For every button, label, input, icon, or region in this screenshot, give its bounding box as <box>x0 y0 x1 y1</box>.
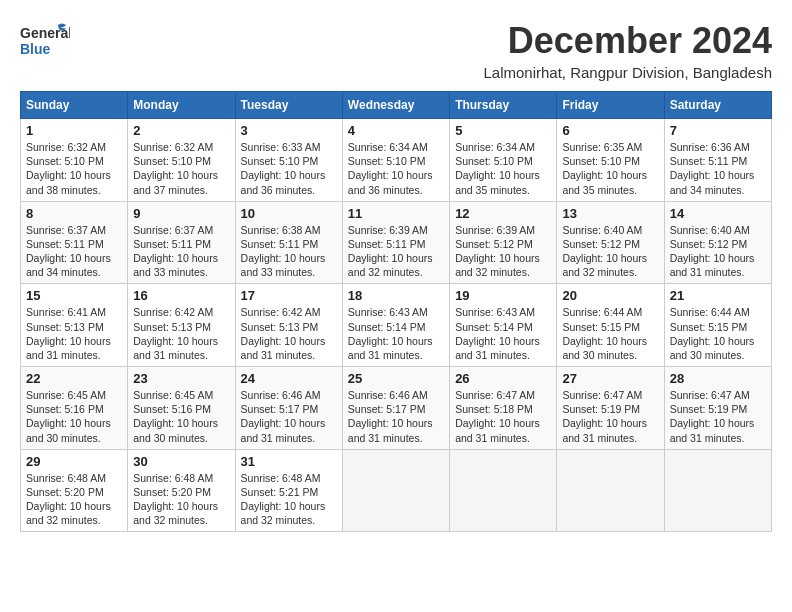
day-number: 22 <box>26 371 122 386</box>
calendar-cell <box>664 449 771 532</box>
calendar-cell <box>450 449 557 532</box>
column-header-thursday: Thursday <box>450 92 557 119</box>
day-number: 23 <box>133 371 229 386</box>
day-info: Sunrise: 6:47 AMSunset: 5:19 PMDaylight:… <box>562 388 658 445</box>
day-number: 14 <box>670 206 766 221</box>
calendar-cell <box>557 449 664 532</box>
calendar-cell: 16Sunrise: 6:42 AMSunset: 5:13 PMDayligh… <box>128 284 235 367</box>
calendar-cell: 19Sunrise: 6:43 AMSunset: 5:14 PMDayligh… <box>450 284 557 367</box>
day-number: 31 <box>241 454 337 469</box>
column-header-sunday: Sunday <box>21 92 128 119</box>
column-header-monday: Monday <box>128 92 235 119</box>
day-info: Sunrise: 6:43 AMSunset: 5:14 PMDaylight:… <box>348 305 444 362</box>
calendar-cell: 22Sunrise: 6:45 AMSunset: 5:16 PMDayligh… <box>21 367 128 450</box>
title-section: December 2024 Lalmonirhat, Rangpur Divis… <box>483 20 772 81</box>
column-header-wednesday: Wednesday <box>342 92 449 119</box>
day-number: 20 <box>562 288 658 303</box>
day-number: 10 <box>241 206 337 221</box>
day-number: 25 <box>348 371 444 386</box>
day-info: Sunrise: 6:37 AMSunset: 5:11 PMDaylight:… <box>133 223 229 280</box>
day-info: Sunrise: 6:48 AMSunset: 5:20 PMDaylight:… <box>133 471 229 528</box>
day-info: Sunrise: 6:43 AMSunset: 5:14 PMDaylight:… <box>455 305 551 362</box>
calendar-cell: 18Sunrise: 6:43 AMSunset: 5:14 PMDayligh… <box>342 284 449 367</box>
day-number: 15 <box>26 288 122 303</box>
day-info: Sunrise: 6:38 AMSunset: 5:11 PMDaylight:… <box>241 223 337 280</box>
day-number: 3 <box>241 123 337 138</box>
calendar-cell: 14Sunrise: 6:40 AMSunset: 5:12 PMDayligh… <box>664 201 771 284</box>
calendar-header-row: SundayMondayTuesdayWednesdayThursdayFrid… <box>21 92 772 119</box>
day-info: Sunrise: 6:48 AMSunset: 5:20 PMDaylight:… <box>26 471 122 528</box>
day-number: 7 <box>670 123 766 138</box>
day-number: 5 <box>455 123 551 138</box>
calendar-cell: 20Sunrise: 6:44 AMSunset: 5:15 PMDayligh… <box>557 284 664 367</box>
day-number: 9 <box>133 206 229 221</box>
calendar-cell: 29Sunrise: 6:48 AMSunset: 5:20 PMDayligh… <box>21 449 128 532</box>
calendar-cell: 2Sunrise: 6:32 AMSunset: 5:10 PMDaylight… <box>128 119 235 202</box>
calendar-cell: 9Sunrise: 6:37 AMSunset: 5:11 PMDaylight… <box>128 201 235 284</box>
calendar-cell: 31Sunrise: 6:48 AMSunset: 5:21 PMDayligh… <box>235 449 342 532</box>
day-info: Sunrise: 6:45 AMSunset: 5:16 PMDaylight:… <box>26 388 122 445</box>
calendar-week-row: 29Sunrise: 6:48 AMSunset: 5:20 PMDayligh… <box>21 449 772 532</box>
calendar-cell: 17Sunrise: 6:42 AMSunset: 5:13 PMDayligh… <box>235 284 342 367</box>
day-number: 16 <box>133 288 229 303</box>
calendar-cell: 10Sunrise: 6:38 AMSunset: 5:11 PMDayligh… <box>235 201 342 284</box>
day-number: 19 <box>455 288 551 303</box>
day-number: 30 <box>133 454 229 469</box>
day-number: 1 <box>26 123 122 138</box>
logo: General Blue <box>20 20 70 60</box>
day-number: 17 <box>241 288 337 303</box>
day-number: 29 <box>26 454 122 469</box>
svg-text:General: General <box>20 25 70 41</box>
day-info: Sunrise: 6:34 AMSunset: 5:10 PMDaylight:… <box>348 140 444 197</box>
day-info: Sunrise: 6:33 AMSunset: 5:10 PMDaylight:… <box>241 140 337 197</box>
calendar-cell: 6Sunrise: 6:35 AMSunset: 5:10 PMDaylight… <box>557 119 664 202</box>
day-number: 18 <box>348 288 444 303</box>
calendar-cell: 13Sunrise: 6:40 AMSunset: 5:12 PMDayligh… <box>557 201 664 284</box>
day-info: Sunrise: 6:46 AMSunset: 5:17 PMDaylight:… <box>241 388 337 445</box>
day-info: Sunrise: 6:32 AMSunset: 5:10 PMDaylight:… <box>133 140 229 197</box>
day-info: Sunrise: 6:40 AMSunset: 5:12 PMDaylight:… <box>670 223 766 280</box>
day-info: Sunrise: 6:40 AMSunset: 5:12 PMDaylight:… <box>562 223 658 280</box>
location-subtitle: Lalmonirhat, Rangpur Division, Banglades… <box>483 64 772 81</box>
svg-text:Blue: Blue <box>20 41 51 57</box>
calendar-week-row: 15Sunrise: 6:41 AMSunset: 5:13 PMDayligh… <box>21 284 772 367</box>
day-info: Sunrise: 6:42 AMSunset: 5:13 PMDaylight:… <box>133 305 229 362</box>
day-info: Sunrise: 6:47 AMSunset: 5:19 PMDaylight:… <box>670 388 766 445</box>
day-info: Sunrise: 6:47 AMSunset: 5:18 PMDaylight:… <box>455 388 551 445</box>
day-info: Sunrise: 6:45 AMSunset: 5:16 PMDaylight:… <box>133 388 229 445</box>
calendar-cell: 26Sunrise: 6:47 AMSunset: 5:18 PMDayligh… <box>450 367 557 450</box>
calendar-week-row: 1Sunrise: 6:32 AMSunset: 5:10 PMDaylight… <box>21 119 772 202</box>
calendar-cell: 23Sunrise: 6:45 AMSunset: 5:16 PMDayligh… <box>128 367 235 450</box>
day-number: 8 <box>26 206 122 221</box>
day-info: Sunrise: 6:35 AMSunset: 5:10 PMDaylight:… <box>562 140 658 197</box>
day-number: 28 <box>670 371 766 386</box>
day-number: 2 <box>133 123 229 138</box>
day-info: Sunrise: 6:42 AMSunset: 5:13 PMDaylight:… <box>241 305 337 362</box>
calendar-cell: 25Sunrise: 6:46 AMSunset: 5:17 PMDayligh… <box>342 367 449 450</box>
calendar-cell: 1Sunrise: 6:32 AMSunset: 5:10 PMDaylight… <box>21 119 128 202</box>
day-number: 27 <box>562 371 658 386</box>
calendar-cell: 27Sunrise: 6:47 AMSunset: 5:19 PMDayligh… <box>557 367 664 450</box>
day-number: 26 <box>455 371 551 386</box>
calendar-cell: 5Sunrise: 6:34 AMSunset: 5:10 PMDaylight… <box>450 119 557 202</box>
calendar-week-row: 8Sunrise: 6:37 AMSunset: 5:11 PMDaylight… <box>21 201 772 284</box>
calendar-table: SundayMondayTuesdayWednesdayThursdayFrid… <box>20 91 772 532</box>
calendar-cell: 15Sunrise: 6:41 AMSunset: 5:13 PMDayligh… <box>21 284 128 367</box>
day-info: Sunrise: 6:37 AMSunset: 5:11 PMDaylight:… <box>26 223 122 280</box>
logo-icon: General Blue <box>20 20 70 60</box>
day-info: Sunrise: 6:46 AMSunset: 5:17 PMDaylight:… <box>348 388 444 445</box>
day-info: Sunrise: 6:39 AMSunset: 5:11 PMDaylight:… <box>348 223 444 280</box>
day-info: Sunrise: 6:41 AMSunset: 5:13 PMDaylight:… <box>26 305 122 362</box>
day-info: Sunrise: 6:44 AMSunset: 5:15 PMDaylight:… <box>562 305 658 362</box>
day-number: 11 <box>348 206 444 221</box>
month-title: December 2024 <box>483 20 772 62</box>
day-info: Sunrise: 6:32 AMSunset: 5:10 PMDaylight:… <box>26 140 122 197</box>
day-number: 21 <box>670 288 766 303</box>
day-info: Sunrise: 6:39 AMSunset: 5:12 PMDaylight:… <box>455 223 551 280</box>
calendar-cell <box>342 449 449 532</box>
column-header-saturday: Saturday <box>664 92 771 119</box>
column-header-tuesday: Tuesday <box>235 92 342 119</box>
day-info: Sunrise: 6:34 AMSunset: 5:10 PMDaylight:… <box>455 140 551 197</box>
day-number: 12 <box>455 206 551 221</box>
calendar-cell: 8Sunrise: 6:37 AMSunset: 5:11 PMDaylight… <box>21 201 128 284</box>
